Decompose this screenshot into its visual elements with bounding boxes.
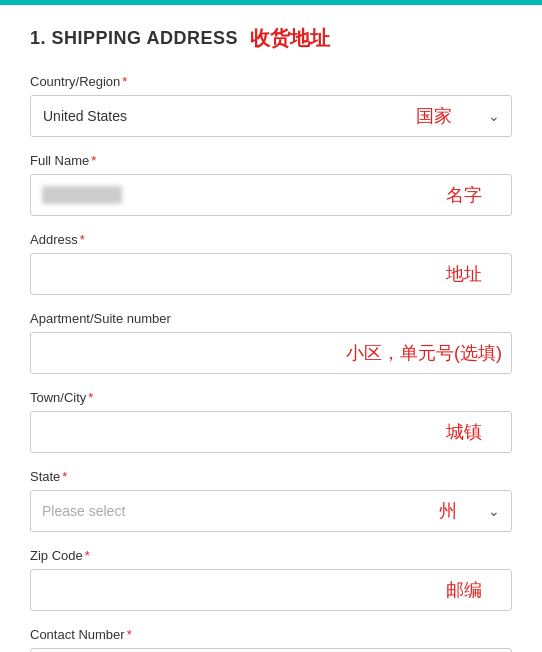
town-input[interactable] <box>30 411 512 453</box>
section-title-text: SHIPPING ADDRESS <box>52 28 238 48</box>
address-input[interactable] <box>30 253 512 295</box>
country-select[interactable]: United States China Canada United Kingdo… <box>30 95 512 137</box>
section-number: 1. <box>30 28 46 48</box>
zip-label: Zip Code* <box>30 548 512 563</box>
country-group: Country/Region* United States China Cana… <box>30 74 512 137</box>
zip-group: Zip Code* 邮编 <box>30 548 512 611</box>
apartment-input[interactable] <box>30 332 512 374</box>
contact-label: Contact Number* <box>30 627 512 642</box>
country-label: Country/Region* <box>30 74 512 89</box>
apartment-input-wrapper: 小区，单元号(选填) <box>30 332 512 374</box>
contact-input[interactable] <box>30 648 512 652</box>
state-label: State* <box>30 469 512 484</box>
address-label: Address* <box>30 232 512 247</box>
page-container: 1. SHIPPING ADDRESS 收货地址 Country/Region*… <box>0 5 542 652</box>
fullname-blur-overlay <box>42 186 122 204</box>
contact-group: Contact Number* 电话 <box>30 627 512 652</box>
fullname-label: Full Name* <box>30 153 512 168</box>
section-title: 1. SHIPPING ADDRESS 收货地址 <box>30 25 512 52</box>
address-group: Address* 地址 <box>30 232 512 295</box>
town-label: Town/City* <box>30 390 512 405</box>
zip-input-wrapper: 邮编 <box>30 569 512 611</box>
fullname-input-wrapper: 名字 <box>30 174 512 216</box>
state-select[interactable]: Alabama Alaska Arizona California New Yo… <box>30 490 512 532</box>
section-title-en: 1. SHIPPING ADDRESS <box>30 28 238 49</box>
apartment-label: Apartment/Suite number <box>30 311 512 326</box>
section-title-zh: 收货地址 <box>250 25 330 52</box>
address-input-wrapper: 地址 <box>30 253 512 295</box>
apartment-group: Apartment/Suite number 小区，单元号(选填) <box>30 311 512 374</box>
town-group: Town/City* 城镇 <box>30 390 512 453</box>
fullname-group: Full Name* 名字 <box>30 153 512 216</box>
zip-input[interactable] <box>30 569 512 611</box>
contact-input-wrapper: 电话 <box>30 648 512 652</box>
town-input-wrapper: 城镇 <box>30 411 512 453</box>
country-select-wrapper: United States China Canada United Kingdo… <box>30 95 512 137</box>
state-group: State* Alabama Alaska Arizona California… <box>30 469 512 532</box>
state-select-wrapper: Alabama Alaska Arizona California New Yo… <box>30 490 512 532</box>
